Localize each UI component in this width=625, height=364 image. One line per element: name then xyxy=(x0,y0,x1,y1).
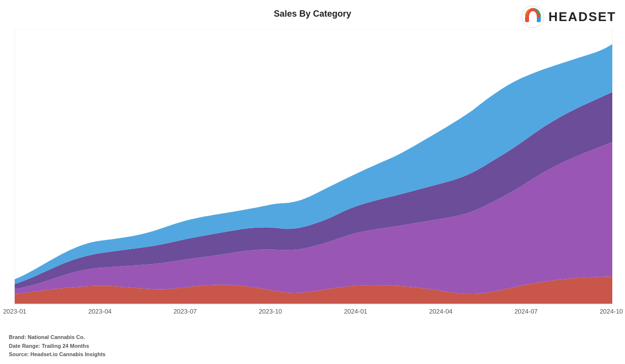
x-label-4: 2024-01 xyxy=(344,308,367,315)
x-label-6: 2024-07 xyxy=(514,308,538,315)
source-value: Headset.io Cannabis Insights xyxy=(30,351,105,357)
chart-svg: 2023-01 2023-04 2023-07 2023-10 2024-01 … xyxy=(0,29,625,333)
x-label-5: 2024-04 xyxy=(429,308,453,315)
x-label-2: 2023-07 xyxy=(173,308,197,315)
daterange-label: Date Range: xyxy=(9,343,40,349)
headset-logo-icon xyxy=(521,5,545,28)
x-label-7: 2024-10 xyxy=(600,308,623,315)
x-label-3: 2023-10 xyxy=(259,308,282,315)
x-label-0: 2023-01 xyxy=(3,308,26,315)
brand-label: Brand: xyxy=(9,334,26,340)
footer-info: Brand: National Cannabis Co. Date Range:… xyxy=(9,333,105,359)
x-label-1: 2023-04 xyxy=(88,308,112,315)
logo-text: HEADSET xyxy=(549,9,616,24)
daterange-value: Trailing 24 Months xyxy=(42,343,89,349)
headset-logo: HEADSET xyxy=(521,5,616,28)
svg-rect-2 xyxy=(537,18,541,23)
chart-container: HEADSET Sales By Category Concentrates F… xyxy=(0,0,625,364)
source-info: Source: Headset.io Cannabis Insights xyxy=(9,350,105,359)
brand-value: National Cannabis Co. xyxy=(28,334,85,340)
svg-rect-1 xyxy=(525,18,529,23)
brand-info: Brand: National Cannabis Co. xyxy=(9,333,105,342)
source-label: Source: xyxy=(9,351,29,357)
daterange-info: Date Range: Trailing 24 Months xyxy=(9,342,105,351)
